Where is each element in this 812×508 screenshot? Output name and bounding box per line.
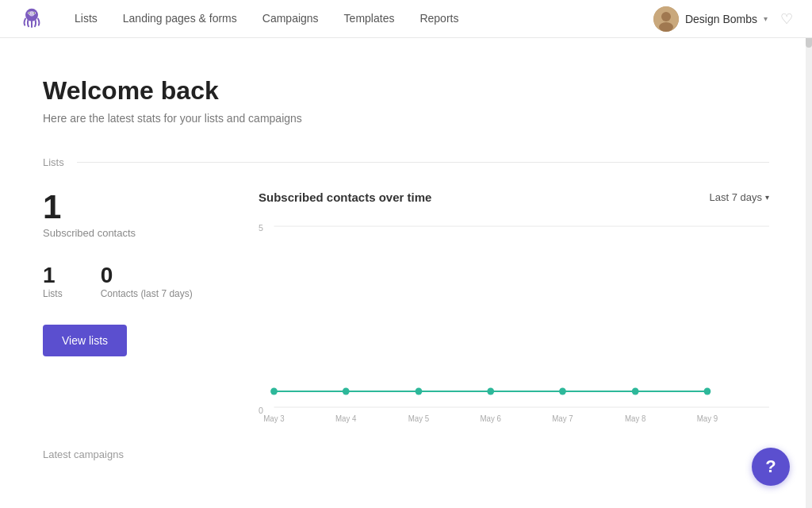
svg-point-19: [704, 388, 711, 395]
svg-text:May 3: May 3: [263, 414, 285, 423]
nav-reports[interactable]: Reports: [408, 0, 469, 38]
svg-text:May 8: May 8: [625, 414, 646, 423]
svg-point-14: [343, 388, 350, 395]
chart-header: Subscribed contacts over time Last 7 day…: [259, 190, 769, 204]
lists-section-label: Lists: [43, 156, 64, 168]
help-button[interactable]: ?: [752, 448, 790, 486]
stats-row: 1 Subscribed contacts 1 Lists 0 Contacts…: [43, 190, 769, 423]
user-menu-chevron: ▾: [764, 14, 768, 23]
nav-landing-pages[interactable]: Landing pages & forms: [112, 0, 248, 38]
nav-templates[interactable]: Templates: [333, 0, 406, 38]
user-menu[interactable]: Design Bombs ▾: [653, 6, 768, 32]
nav-right: Design Bombs ▾ ♡: [653, 6, 793, 32]
contacts-count: 0: [101, 264, 193, 287]
svg-point-16: [487, 388, 494, 395]
small-stats-row: 1 Lists 0 Contacts (last 7 days): [43, 264, 233, 299]
welcome-title: Welcome back: [43, 76, 769, 106]
lists-stat: 1 Lists: [43, 264, 63, 299]
svg-point-7: [661, 12, 671, 21]
svg-point-13: [270, 388, 278, 395]
svg-point-17: [559, 388, 566, 395]
contacts-label: Contacts (last 7 days): [101, 288, 193, 299]
svg-point-15: [416, 388, 423, 395]
subscribed-count: 1: [43, 190, 233, 224]
avatar: [653, 6, 679, 32]
svg-text:5: 5: [259, 223, 263, 233]
subscribed-label: Subscribed contacts: [43, 227, 233, 239]
chart-filter-dropdown[interactable]: Last 7 days ▾: [710, 191, 770, 203]
welcome-subtitle: Here are the latest stats for your lists…: [43, 112, 769, 125]
user-name: Design Bombs: [685, 13, 757, 25]
chart-title: Subscribed contacts over time: [259, 190, 431, 204]
svg-point-8: [659, 22, 673, 32]
chart-filter-chevron: ▾: [765, 193, 769, 202]
chart-filter-label: Last 7 days: [710, 191, 763, 203]
svg-text:May 9: May 9: [697, 414, 718, 423]
chart-svg: 5 0: [259, 217, 769, 423]
top-nav: Lists Landing pages & forms Campaigns Te…: [0, 0, 812, 38]
svg-point-5: [33, 12, 35, 13]
avatar-image: [653, 6, 679, 32]
lists-section-header: Lists: [43, 156, 769, 168]
main-content: Welcome back Here are the latest stats f…: [17, 38, 795, 486]
nav-lists[interactable]: Lists: [63, 0, 109, 38]
svg-text:May 7: May 7: [552, 414, 573, 423]
scrollbar-track[interactable]: [806, 0, 812, 486]
view-lists-button[interactable]: View lists: [43, 325, 127, 356]
svg-point-18: [632, 388, 639, 395]
svg-text:May 5: May 5: [408, 414, 430, 423]
favorites-icon[interactable]: ♡: [780, 10, 793, 28]
stats-left: 1 Subscribed contacts 1 Lists 0 Contacts…: [43, 190, 233, 423]
svg-text:May 6: May 6: [480, 414, 501, 423]
chart-wrap: 5 0: [259, 217, 769, 423]
contacts-stat: 0 Contacts (last 7 days): [101, 264, 193, 299]
logo[interactable]: [19, 5, 44, 33]
lists-label: Lists: [43, 288, 63, 299]
nav-links: Lists Landing pages & forms Campaigns Te…: [63, 0, 653, 38]
svg-point-4: [29, 12, 30, 13]
nav-campaigns[interactable]: Campaigns: [251, 0, 330, 38]
latest-campaigns-label: Latest campaigns: [43, 448, 769, 460]
section-divider-line: [77, 162, 769, 163]
chart-area: Subscribed contacts over time Last 7 day…: [233, 190, 769, 423]
svg-text:May 4: May 4: [335, 414, 357, 423]
lists-count: 1: [43, 264, 63, 287]
svg-text:0: 0: [259, 406, 263, 415]
